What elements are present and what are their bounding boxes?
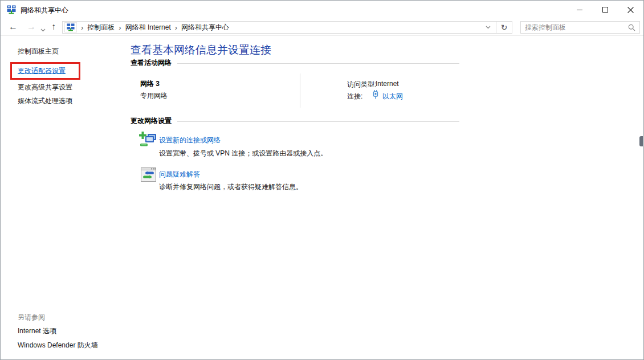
- close-icon: [627, 7, 634, 13]
- search-input[interactable]: [521, 23, 628, 31]
- breadcrumb-location-icon[interactable]: [64, 22, 77, 32]
- sidebar-item-change-advanced-sharing[interactable]: 更改高级共享设置: [18, 83, 72, 92]
- sidebar-item-media-streaming-options[interactable]: 媒体流式处理选项: [18, 96, 72, 106]
- search-icon[interactable]: [628, 24, 635, 31]
- window-title: 网络和共享中心: [21, 6, 68, 15]
- access-type-value: Internet: [376, 80, 399, 88]
- back-icon[interactable]: ←: [9, 22, 18, 31]
- see-also-header: 另请参阅: [18, 313, 45, 322]
- address-chevron-down-icon[interactable]: [486, 26, 496, 29]
- task-troubleshoot-problems[interactable]: 问题疑难解答: [159, 170, 200, 179]
- breadcrumb-network-internet[interactable]: 网络和 Internet: [125, 23, 171, 32]
- minimize-button[interactable]: [566, 1, 592, 18]
- address-bar[interactable]: › 控制面板 › 网络和 Internet › 网络和共享中心: [62, 21, 496, 34]
- network-app-icon: [7, 5, 16, 14]
- maximize-button[interactable]: [592, 1, 618, 18]
- ethernet-link[interactable]: 以太网: [382, 92, 403, 101]
- maximize-icon: [602, 7, 608, 13]
- minimize-icon: [577, 10, 582, 10]
- refresh-button[interactable]: ↻: [496, 21, 512, 34]
- titlebar: 网络和共享中心: [1, 1, 643, 19]
- breadcrumb-separator: ›: [171, 23, 181, 32]
- change-network-settings-title: 更改网络设置: [131, 116, 172, 126]
- active-networks-section-header: 查看活动网络: [131, 58, 459, 68]
- history-chevron-down-icon[interactable]: [40, 26, 46, 34]
- highlight-annotation-box: 更改适配器设置: [10, 62, 80, 80]
- network-sharing-center-window: 网络和共享中心 ← → ↑: [0, 0, 644, 360]
- navigation-bar: ← → ↑ › 控制面板 › 网络和 Internet › 网络和共享: [1, 19, 643, 36]
- forward-icon[interactable]: →: [27, 22, 36, 31]
- setup-connection-icon: [139, 132, 158, 148]
- task-troubleshoot-problems-description: 诊断并修复网络问题，或者获得疑难解答信息。: [159, 182, 303, 192]
- troubleshoot-icon: [141, 167, 156, 182]
- sidebar-item-internet-options[interactable]: Internet 选项: [18, 326, 56, 336]
- task-setup-new-connection-description: 设置宽带、拨号或 VPN 连接；或设置路由器或接入点。: [159, 149, 327, 158]
- network-name: 网络 3: [140, 79, 160, 89]
- breadcrumb-separator: ›: [115, 23, 125, 32]
- right-edge-artifact: [639, 136, 643, 146]
- up-icon[interactable]: ↑: [51, 22, 56, 31]
- search-box: [520, 21, 640, 34]
- ethernet-icon: [372, 89, 379, 99]
- task-setup-new-connection[interactable]: 设置新的连接或网络: [159, 136, 221, 145]
- sidebar-item-windows-defender-firewall[interactable]: Windows Defender 防火墙: [18, 341, 98, 350]
- breadcrumb-control-panel[interactable]: 控制面板: [87, 23, 115, 32]
- close-button[interactable]: [618, 1, 643, 18]
- access-type-label: 访问类型:: [347, 80, 376, 89]
- breadcrumb-separator: ›: [77, 23, 87, 32]
- section-divider-line: [177, 121, 459, 122]
- change-network-settings-section-header: 更改网络设置: [131, 116, 459, 126]
- sidebar-item-change-adapter-settings[interactable]: 更改适配器设置: [18, 66, 66, 76]
- active-network-divider: [300, 73, 300, 108]
- active-networks-title: 查看活动网络: [131, 58, 172, 68]
- sidebar-item-control-panel-home[interactable]: 控制面板主页: [18, 47, 59, 56]
- connection-label: 连接:: [347, 92, 362, 101]
- network-profile: 专用网络: [140, 91, 168, 101]
- section-divider-line: [177, 63, 459, 64]
- breadcrumb-network-sharing-center[interactable]: 网络和共享中心: [181, 23, 229, 32]
- refresh-icon: ↻: [501, 23, 508, 32]
- page-title: 查看基本网络信息并设置连接: [131, 43, 271, 58]
